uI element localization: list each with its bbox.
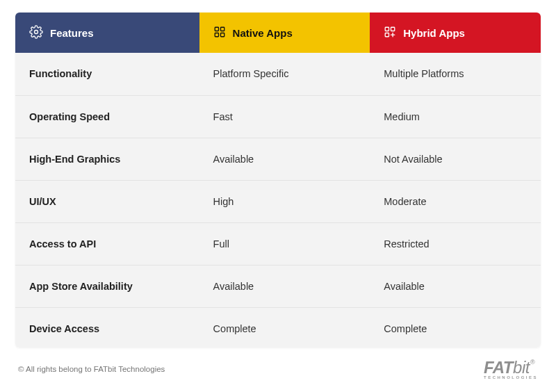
svg-rect-6 [391,27,395,31]
hybrid-value: Available [370,265,541,307]
hybrid-value: Not Available [370,138,541,180]
grid-add-icon [384,26,396,40]
native-value: Available [199,265,370,307]
feature-name: Functionality [15,53,199,95]
svg-point-0 [35,30,38,33]
svg-rect-7 [386,33,389,36]
feature-name: Operating Speed [15,95,199,138]
table-row: High-End Graphics Available Not Availabl… [15,138,541,180]
native-value: Full [199,222,370,265]
feature-name: High-End Graphics [15,138,199,180]
feature-name: UI/UX [15,180,199,222]
logo-sub: bit [513,358,530,377]
footer: © All rights belong to FATbit Technologi… [15,348,541,384]
svg-rect-2 [220,27,224,31]
hybrid-value: Multiple Platforms [370,53,541,95]
header-hybrid: Hybrid Apps [370,13,541,53]
svg-rect-3 [215,33,218,36]
grid-icon [213,26,226,40]
logo-main: FAT [484,358,513,377]
svg-rect-1 [215,27,218,31]
native-value: Complete [199,307,370,348]
table-row: Functionality Platform Specific Multiple… [15,53,541,95]
comparison-table-container: Features Native Apps [15,13,541,348]
features-icon [29,25,43,41]
feature-name: Device Access [15,307,199,348]
svg-rect-5 [386,27,389,31]
header-native: Native Apps [199,13,370,53]
header-native-label: Native Apps [233,27,293,39]
hybrid-value: Complete [370,307,541,348]
header-features: Features [15,13,199,53]
native-value: Fast [199,95,370,138]
table-row: Device Access Complete Complete [15,307,541,348]
header-hybrid-label: Hybrid Apps [403,27,465,39]
native-value: High [199,180,370,222]
table-row: Access to API Full Restricted [15,222,541,265]
svg-rect-4 [220,33,224,36]
feature-name: App Store Availability [15,265,199,307]
table-row: UI/UX High Moderate [15,180,541,222]
hybrid-value: Restricted [370,222,541,265]
fatbit-logo: FATbit® TECHNOLOGIES [484,359,538,379]
table-row: App Store Availability Available Availab… [15,265,541,307]
table-body: Functionality Platform Specific Multiple… [15,53,541,348]
comparison-table: Features Native Apps [15,13,541,348]
hybrid-value: Moderate [370,180,541,222]
copyright-text: © All rights belong to FATbit Technologi… [18,365,165,373]
table-row: Operating Speed Fast Medium [15,95,541,138]
native-value: Available [199,138,370,180]
hybrid-value: Medium [370,95,541,138]
header-features-label: Features [50,27,94,39]
logo-reg: ® [530,359,534,366]
native-value: Platform Specific [199,53,370,95]
logo-text: FATbit® [484,358,534,377]
feature-name: Access to API [15,222,199,265]
